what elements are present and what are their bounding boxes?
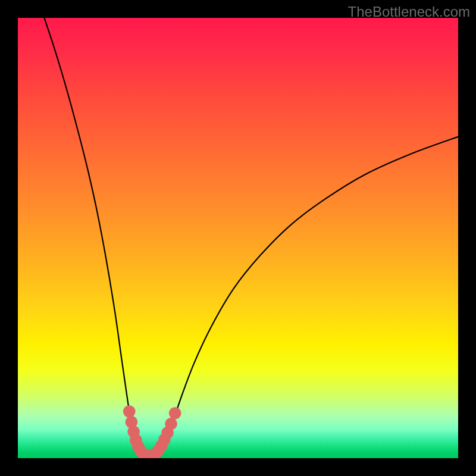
outer-frame: TheBottleneck.com bbox=[0, 0, 476, 476]
highlight-dot bbox=[165, 418, 177, 430]
gradient-background bbox=[18, 18, 458, 458]
chart-svg bbox=[18, 18, 458, 458]
plot-area bbox=[18, 18, 458, 458]
watermark-text: TheBottleneck.com bbox=[348, 4, 470, 20]
highlight-dot bbox=[123, 405, 136, 418]
highlight-dot bbox=[169, 407, 181, 419]
